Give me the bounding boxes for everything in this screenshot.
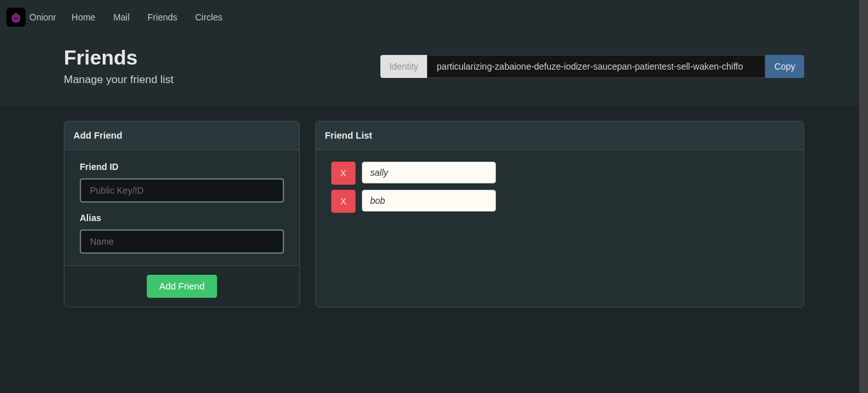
svg-point-2 — [15, 17, 17, 19]
friend-row: X sally — [331, 162, 788, 185]
add-friend-card-header: Add Friend — [64, 121, 299, 150]
friend-list-body: X sally X bob — [316, 150, 804, 229]
alias-label: Alias — [80, 213, 284, 223]
page-header: Friends Manage your friend list Identity… — [0, 35, 868, 105]
main-columns: Add Friend Friend ID Alias Add Friend Fr… — [0, 105, 868, 323]
friend-id-input[interactable] — [80, 178, 284, 203]
navbar-brand-text: Onionr — [29, 12, 56, 22]
friend-alias[interactable]: bob — [362, 190, 496, 212]
identity-group: Identity Copy — [380, 55, 804, 78]
navbar-items: Home Mail Friends Circles — [63, 7, 232, 27]
delete-friend-button[interactable]: X — [331, 190, 355, 213]
page-title: Friends — [64, 46, 174, 70]
friend-list-card-header: Friend List — [316, 121, 804, 150]
add-friend-card: Add Friend Friend ID Alias Add Friend — [64, 121, 300, 307]
friend-row: X bob — [331, 190, 788, 213]
scrollbar-track[interactable] — [859, 0, 868, 393]
copy-button[interactable]: Copy — [765, 55, 804, 78]
identity-label: Identity — [380, 55, 427, 78]
nav-item-friends[interactable]: Friends — [138, 7, 186, 27]
alias-input[interactable] — [80, 229, 284, 254]
navbar-brand[interactable]: Onionr — [6, 8, 63, 27]
add-friend-button[interactable]: Add Friend — [147, 275, 218, 298]
nav-item-circles[interactable]: Circles — [186, 7, 232, 27]
friend-list-card: Friend List X sally X bob — [315, 121, 804, 307]
navbar: Onionr Home Mail Friends Circles — [0, 0, 868, 35]
delete-friend-button[interactable]: X — [331, 162, 355, 185]
friend-id-label: Friend ID — [80, 162, 284, 172]
nav-item-mail[interactable]: Mail — [104, 7, 138, 27]
friend-alias[interactable]: sally — [362, 162, 496, 183]
page-subtitle: Manage your friend list — [64, 73, 174, 86]
onionr-logo-icon — [6, 8, 26, 27]
identity-value[interactable] — [427, 55, 765, 78]
nav-item-home[interactable]: Home — [63, 7, 104, 27]
